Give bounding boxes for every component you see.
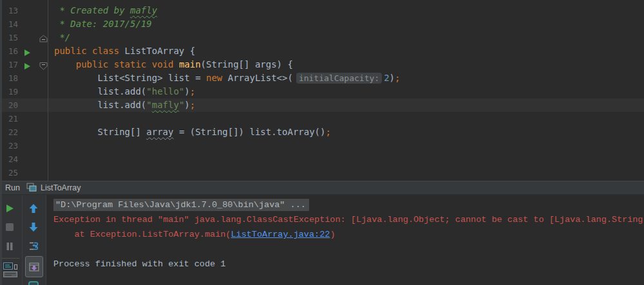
line-number: 17 [0, 58, 18, 71]
console-line: Exception in thread "main" java.lang.Cla… [53, 212, 644, 227]
toolbar-separator [2, 258, 19, 259]
line-number: 20 [0, 98, 18, 112]
ide-window: 12 *13 * Created by mafly14 * Date: 2017… [0, 0, 644, 285]
code-text: list.add("hello"); [54, 85, 644, 98]
console-line: Process finished with exit code 1 [53, 257, 644, 271]
code-text: public static void main(String[] args) { [54, 58, 644, 71]
gutter: 24 [0, 152, 54, 166]
console-window-icon [26, 183, 37, 194]
code-text: list.add("mafly"); [54, 98, 644, 112]
gutter: 19 [0, 85, 54, 98]
show-console-icon[interactable] [1, 261, 20, 280]
gutter: 20 [0, 98, 54, 112]
run-tab-label: ListToArray [41, 183, 81, 192]
console-text: ) [330, 230, 335, 239]
code-line[interactable]: 20 list.add("mafly"); [0, 98, 644, 112]
fold-marker-icon[interactable] [39, 60, 48, 69]
console-text: "D:\Program Files\Java\jdk1.7.0_80\bin\j… [53, 199, 309, 211]
gutter: 18 [0, 71, 54, 85]
stop-icon[interactable] [2, 219, 17, 235]
code-text: * Created by mafly [54, 4, 644, 17]
pause-output-icon[interactable] [2, 239, 17, 254]
line-number: 19 [0, 85, 18, 98]
console-text: at Exception.ListToArray.main( [53, 230, 231, 239]
code-line[interactable]: 22 String[] array = (String[]) list.toAr… [0, 125, 644, 139]
gutter: 13 [0, 4, 54, 17]
run-toolbar [0, 195, 46, 285]
console-line [53, 242, 644, 257]
code-line[interactable]: 14 * Date: 2017/5/19 [0, 17, 644, 31]
line-number: 22 [0, 125, 18, 139]
code-text: String[] array = (String[]) list.toArray… [54, 125, 644, 139]
console-line: at Exception.ListToArray.main(ListToArra… [53, 227, 644, 242]
code-text: */ [54, 31, 644, 44]
line-number: 15 [0, 31, 18, 44]
scroll-to-end-icon[interactable] [25, 256, 43, 277]
code-line[interactable]: 17 public static void main(String[] args… [0, 58, 644, 71]
line-number: 18 [0, 71, 18, 85]
line-number: 13 [0, 4, 18, 17]
rerun-icon[interactable] [2, 201, 17, 216]
gutter: 23 [0, 139, 54, 152]
gutter: 22 [0, 125, 54, 139]
console-text: Process finished with exit code 1 [53, 259, 225, 269]
gutter: 25 [0, 166, 54, 179]
line-number: 21 [0, 112, 18, 125]
console-text: Exception in thread "main" java.lang.Cla… [53, 215, 644, 225]
print-icon[interactable] [28, 281, 39, 285]
gutter: 16 [0, 44, 54, 58]
code-text: * Date: 2017/5/19 [54, 17, 644, 31]
code-text: List<String> list = new ArrayList<>(init… [54, 71, 644, 85]
run-panel-header: Run ListToArray [0, 181, 644, 195]
code-line[interactable]: 19 list.add("hello"); [0, 85, 644, 98]
code-editor[interactable]: 12 *13 * Created by mafly14 * Date: 2017… [0, 0, 644, 181]
run-line-icon[interactable] [23, 60, 31, 68]
code-line[interactable]: 15 */ [0, 31, 644, 44]
line-number: 25 [0, 166, 18, 179]
code-line[interactable]: 24 [0, 152, 644, 166]
console-line: "D:\Program Files\Java\jdk1.7.0_80\bin\j… [53, 198, 644, 212]
console-output: "D:\Program Files\Java\jdk1.7.0_80\bin\j… [46, 195, 644, 285]
code-line[interactable]: 21 [0, 112, 644, 125]
run-tab-listtoarray[interactable]: ListToArray [26, 183, 81, 194]
line-number: 14 [0, 17, 18, 31]
soft-wrap-icon[interactable] [26, 238, 41, 253]
up-stack-trace-icon[interactable] [26, 201, 41, 216]
gutter: 14 [0, 17, 54, 31]
run-panel-title: Run [5, 183, 20, 192]
line-number: 16 [0, 44, 18, 58]
stacktrace-link[interactable]: ListToArray.java:22 [231, 230, 330, 239]
fold-marker-icon[interactable] [39, 33, 48, 42]
code-line[interactable]: 25 [0, 166, 644, 179]
line-number: 24 [0, 152, 18, 166]
gutter: 15 [0, 31, 54, 44]
gutter: 17 [0, 58, 54, 71]
code-line[interactable]: 16public class ListToArray { [0, 44, 644, 58]
run-line-icon[interactable] [23, 47, 31, 55]
code-text: public class ListToArray { [54, 44, 644, 58]
down-stack-trace-icon[interactable] [26, 219, 41, 235]
line-number: 23 [0, 139, 18, 152]
code-line[interactable]: 13 * Created by mafly [0, 4, 644, 17]
code-line[interactable]: 18 List<String> list = new ArrayList<>(i… [0, 71, 644, 85]
code-line[interactable]: 23 [0, 139, 644, 152]
gutter: 21 [0, 112, 54, 125]
